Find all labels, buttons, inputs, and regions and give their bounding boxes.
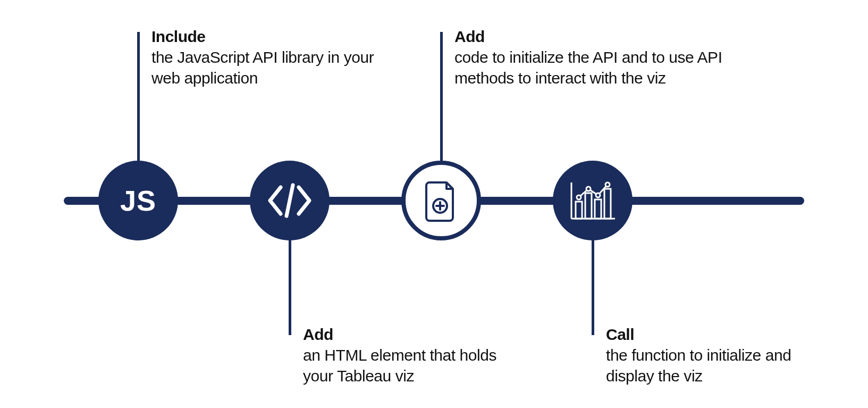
step-desc: an HTML element that holds your Tableau … [303, 345, 516, 386]
step-node-4 [553, 161, 633, 240]
step-title: Call [606, 324, 819, 345]
step-node-1: JS [98, 161, 178, 240]
connector-step-3 [440, 32, 443, 165]
step-label-4: Call the function to initialize and disp… [606, 324, 819, 386]
svg-point-11 [586, 187, 591, 191]
step-node-2 [250, 161, 330, 240]
svg-point-10 [577, 195, 581, 199]
svg-rect-7 [585, 193, 592, 219]
step-desc: the function to initialize and display t… [606, 345, 819, 386]
chart-icon [567, 177, 618, 224]
step-label-2: Add an HTML element that holds your Tabl… [303, 324, 516, 386]
svg-point-12 [596, 193, 600, 197]
step-node-3 [401, 161, 481, 240]
code-icon [266, 182, 314, 219]
svg-point-13 [605, 182, 610, 187]
file-plus-icon [424, 179, 458, 222]
step-desc: code to initialize the API and to use AP… [454, 47, 752, 88]
connector-step-4 [592, 234, 594, 335]
step-title: Include [151, 27, 375, 47]
js-icon: JS [120, 184, 156, 217]
step-desc: the JavaScript API library in your web a… [151, 47, 375, 88]
step-label-1: Include the JavaScript API library in yo… [151, 27, 375, 88]
svg-rect-6 [576, 202, 582, 219]
svg-rect-8 [595, 199, 601, 219]
svg-line-0 [286, 185, 293, 216]
svg-rect-9 [604, 189, 611, 219]
connector-step-2 [289, 234, 291, 335]
step-label-3: Add code to initialize the API and to us… [454, 27, 752, 88]
step-title: Add [303, 324, 516, 345]
connector-step-1 [137, 32, 140, 165]
step-title: Add [454, 27, 752, 47]
